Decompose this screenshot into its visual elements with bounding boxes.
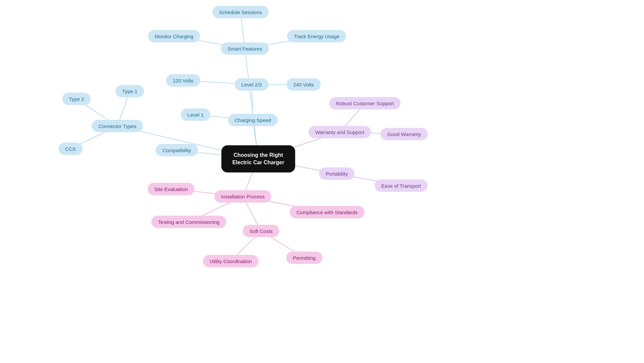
node-level23: Level 2/3 xyxy=(235,78,269,91)
node-compatibility: Compatibility xyxy=(156,144,198,157)
node-trackEnergyUsage: Track Energy Usage xyxy=(287,30,346,43)
mindmap-container: Choosing the Right Electric Car ChargerS… xyxy=(0,0,644,363)
node-type1: Type 1 xyxy=(115,85,144,98)
node-testingCommissioning: Testing and Commissioning xyxy=(151,216,226,228)
node-softCosts: Soft Costs xyxy=(243,225,279,237)
node-utilityCoordination: Utility Coordination xyxy=(203,255,259,267)
node-robustCustomerSupport: Robust Customer Support xyxy=(329,97,400,110)
node-ccs: CCS xyxy=(58,143,83,155)
node-easeOfTransport: Ease of Transport xyxy=(375,180,428,192)
node-goodWarranty: Good Warranty xyxy=(380,128,428,140)
node-scheduleSessions: Schedule Sessions xyxy=(212,6,269,18)
node-monitorCharging: Monitor Charging xyxy=(148,30,200,43)
node-installationProcess: Installation Process xyxy=(214,190,271,203)
svg-line-0 xyxy=(245,49,258,159)
node-volts120: 120 Volts xyxy=(166,74,200,87)
node-smartFeatures: Smart Features xyxy=(221,43,269,55)
node-complianceStandards: Compliance with Standards xyxy=(290,206,365,219)
node-portability: Portability xyxy=(319,168,355,180)
node-warrantySupport: Warranty and Support xyxy=(309,126,371,138)
node-permitting: Permitting xyxy=(286,252,322,264)
node-volts240: 240 Volts xyxy=(286,78,321,91)
node-siteEvaluation: Site Evaluation xyxy=(148,183,195,195)
node-chargingSpeed: Charging Speed xyxy=(228,114,278,126)
node-center: Choosing the Right Electric Car Charger xyxy=(221,145,295,173)
node-type2: Type 2 xyxy=(62,93,91,105)
node-connectorTypes: Connector Types xyxy=(92,120,143,132)
node-level1: Level 1 xyxy=(181,109,210,121)
connections-svg xyxy=(0,0,644,363)
